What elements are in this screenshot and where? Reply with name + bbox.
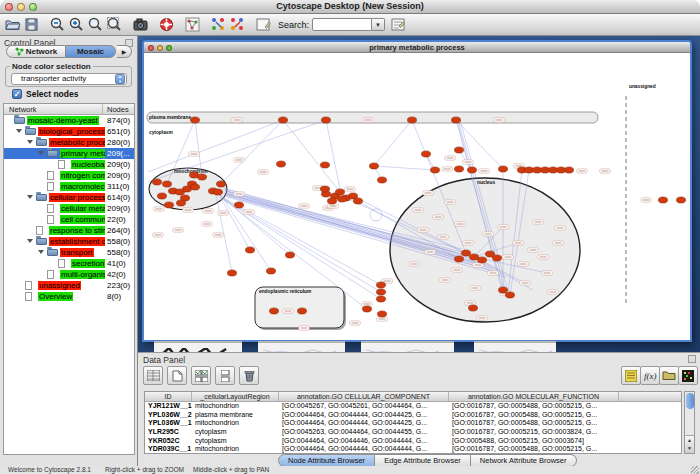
network-node[interactable] [266, 268, 275, 274]
zoom-in-button[interactable] [67, 16, 85, 34]
network-node[interactable] [469, 254, 478, 260]
network-node[interactable] [276, 161, 285, 167]
expander-icon[interactable] [27, 239, 33, 243]
network-node[interactable] [376, 282, 385, 288]
tree-header[interactable]: Network Nodes [4, 104, 134, 115]
delete-attribute-button[interactable] [239, 366, 259, 385]
background-window-fragment[interactable] [154, 341, 242, 352]
network-node[interactable] [421, 151, 430, 157]
network-node[interactable] [278, 117, 287, 123]
network-node[interactable] [377, 311, 386, 317]
network-node[interactable] [164, 202, 173, 208]
network-node[interactable] [369, 163, 378, 169]
select-attributes-button[interactable] [191, 366, 211, 385]
network-node[interactable] [227, 270, 236, 276]
zoom-button[interactable] [29, 3, 37, 11]
tree-row-metabolic-process[interactable]: metabolic process280(0) [4, 137, 134, 148]
tree-row-cell-communicat[interactable]: cell communicat22(0) [4, 214, 134, 225]
background-window-fragment[interactable] [474, 341, 556, 352]
zoom-out-button[interactable] [48, 16, 66, 34]
tab-network[interactable]: Network [6, 45, 66, 58]
network-node[interactable] [376, 296, 385, 302]
network-view-window[interactable]: primary metabolic process plasma membran… [142, 40, 692, 342]
network-node[interactable] [190, 117, 199, 123]
network-node[interactable] [190, 184, 199, 190]
tree-row-macromolecule[interactable]: macromolecule311(0) [4, 181, 134, 192]
tree-row-transport[interactable]: transport558(0) [4, 247, 134, 258]
layout-1-button[interactable] [209, 16, 227, 34]
data-panel-float-icon[interactable] [688, 355, 696, 363]
new-document-button[interactable] [167, 366, 187, 385]
tree-row-cellular-metabo[interactable]: cellular metabo209(0) [4, 203, 134, 214]
tree-header-nodes[interactable]: Nodes [103, 104, 134, 114]
tree-row-cellular-process[interactable]: cellular process614(0) [4, 192, 134, 203]
network-node[interactable] [467, 167, 476, 173]
expander-icon[interactable] [27, 140, 33, 144]
expander-icon[interactable] [16, 129, 22, 133]
network-node[interactable] [461, 250, 470, 256]
network-node[interactable] [353, 198, 362, 204]
network-node[interactable] [321, 117, 330, 123]
tab-mosaic[interactable]: Mosaic [66, 45, 116, 58]
expander-icon[interactable] [27, 195, 33, 199]
column-header-2[interactable]: annotation.GO CELLULAR_COMPONENT [279, 392, 449, 401]
network-node[interactable] [152, 179, 161, 185]
tabs-overflow-button[interactable]: ▶ [117, 45, 132, 58]
layout-2-button[interactable] [228, 16, 246, 34]
network-node[interactable] [157, 193, 166, 199]
network-node[interactable] [676, 197, 685, 203]
inner-zoom-button[interactable] [166, 45, 172, 51]
table-row[interactable]: YPL036W__1mitochondrion[GO:0044464, GO:0… [145, 419, 681, 428]
matrix-button[interactable] [678, 366, 698, 385]
network-node[interactable] [320, 162, 329, 168]
open-file-button[interactable] [3, 16, 21, 34]
table-row[interactable]: YPL036W__2plasma membrane[GO:0044464, GO… [145, 411, 681, 420]
network-node[interactable] [335, 189, 344, 195]
network-node[interactable] [505, 292, 514, 298]
network-node[interactable] [245, 247, 254, 253]
network-node[interactable] [451, 117, 460, 123]
close-button[interactable] [5, 3, 13, 11]
network-node[interactable] [498, 287, 507, 293]
table-row[interactable]: YLR295Ccytoplasm[GO:0045263, GO:0044464,… [145, 428, 681, 437]
zoom-fit-button[interactable] [86, 16, 104, 34]
network-node[interactable] [197, 174, 206, 180]
tree-row-multi-organism-pro[interactable]: multi-organism pro42(0) [4, 269, 134, 280]
function-builder-button[interactable]: f(x) [640, 366, 660, 385]
search-input[interactable] [312, 18, 372, 31]
network-button[interactable] [183, 16, 201, 34]
network-node[interactable] [564, 167, 573, 173]
select-nodes-checkbox[interactable]: ✓ [12, 89, 22, 99]
network-node[interactable] [327, 198, 336, 204]
network-node[interactable] [362, 306, 371, 312]
tree-header-network[interactable]: Network [4, 104, 103, 114]
network-node[interactable] [454, 166, 463, 172]
search-option-button[interactable] [389, 16, 407, 34]
inner-close-button[interactable] [148, 45, 154, 51]
tree-row-nucleobase-[interactable]: nucleobase-209(0) [4, 159, 134, 170]
save-button[interactable] [22, 16, 40, 34]
table-row[interactable]: YKR052Ccytoplasm[GO:0044464, GO:0044446,… [145, 437, 681, 446]
tree-row-primary-metabo[interactable]: primary metabo209(... [4, 148, 134, 159]
vizmapper-button[interactable] [254, 16, 272, 34]
table-row[interactable]: YDR039C__1mitochondrion[GO:0044464, GO:0… [145, 445, 681, 454]
network-node[interactable] [297, 308, 306, 314]
network-canvas[interactable]: plasma membranecytoplasmmitochondrionnuc… [144, 53, 690, 340]
network-node[interactable] [176, 200, 185, 206]
network-node[interactable] [498, 166, 507, 172]
snapshot-button[interactable] [131, 16, 149, 34]
network-node[interactable] [213, 189, 222, 195]
expander-icon[interactable] [38, 151, 44, 155]
tree-row-establishment-of-lo[interactable]: establishment of lo558(0) [4, 236, 134, 247]
tree-row-overview[interactable]: Overview8(0) [4, 291, 134, 302]
network-node[interactable] [492, 255, 501, 261]
node-color-dropdown[interactable]: transporter activity ▲▼ [11, 73, 127, 85]
table-scrollbar[interactable]: ▲▼ [684, 391, 695, 454]
column-header-3[interactable]: annotation.GO MOLECULAR_FUNCTION [449, 392, 619, 401]
network-node[interactable] [162, 181, 171, 187]
network-node[interactable] [658, 197, 667, 203]
background-window-fragment[interactable] [361, 341, 454, 352]
search-dropdown-button[interactable]: ▼ [372, 18, 385, 31]
tree-row-response-to-stimulu[interactable]: response to stimulu264(0) [4, 225, 134, 236]
background-window-fragment[interactable] [258, 341, 345, 352]
